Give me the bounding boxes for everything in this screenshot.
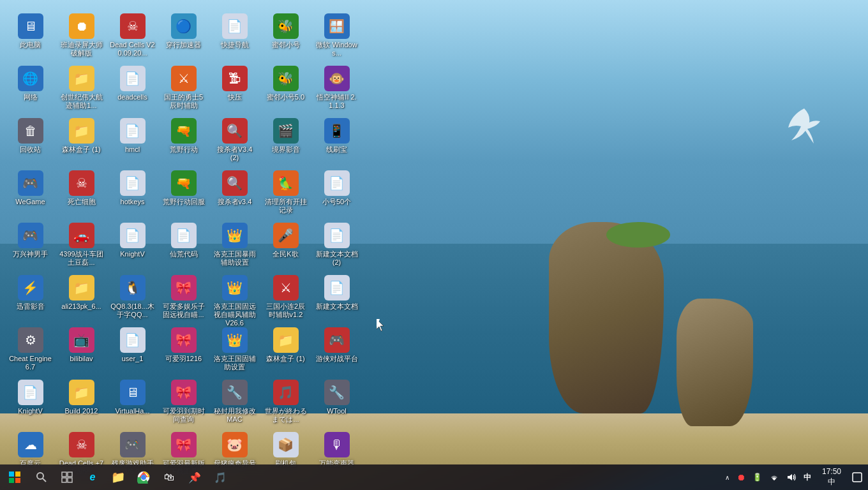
icon-label-28: 万兴神男手 [13, 250, 48, 258]
desktop-icon-7[interactable]: 🌐 网络 [6, 62, 54, 113]
desktop-icon-30[interactable]: 📄 KnightV [108, 219, 156, 270]
desktop-icon-42[interactable]: ⚙ Cheat Engine 6.7 [6, 323, 54, 375]
desktop-icon-23[interactable]: 📄 hotkeys [108, 167, 156, 218]
icon-image-19: 🎬 [273, 118, 299, 144]
desktop-icon-10[interactable]: ⚔ 国王的勇士5辰时辅助 [160, 62, 207, 113]
icon-label-22: 死亡细胞 [68, 198, 96, 206]
icon-image-52: 🎀 [171, 380, 197, 405]
icon-image-20: 📱 [324, 118, 350, 144]
icon-label-31: 仙荒代码 [170, 250, 198, 258]
desktop-icon-40[interactable]: ⚔ 三国小连2辰时辅助v1.2 [262, 271, 310, 322]
desktop-icon-32[interactable]: 👑 洛克王国暴雨辅助设置 [211, 219, 258, 270]
desktop-icon-47[interactable]: 📁 森林盒子 (1) [262, 323, 310, 375]
desktop-icon-18[interactable]: 🔍 搜杀者V3.4 (2) [211, 114, 258, 165]
desktop-icon-39[interactable]: 👑 洛克王国固远视自瞄风辅助V26.6 [211, 271, 258, 322]
icon-image-8: 📁 [69, 66, 94, 91]
desktop-icon-22[interactable]: ☠ 死亡细胞 [57, 167, 105, 218]
desktop-icon-36[interactable]: 📁 ali213pk_6... [57, 271, 105, 322]
taskbar-chrome[interactable] [131, 464, 156, 490]
desktop-icon-25[interactable]: 🔍 搜杀者v3.4 [211, 167, 258, 218]
desktop-icon-48[interactable]: 🎮 游侠对战平台 [313, 323, 361, 375]
tray-volume[interactable] [784, 464, 799, 490]
desktop-icon-8[interactable]: 📁 创世纪伟大航迹辅助1... [57, 62, 105, 113]
svg-rect-8 [62, 478, 66, 482]
desktop-icon-24[interactable]: 🔫 荒野行动回服 [160, 167, 207, 218]
desktop-icon-43[interactable]: 📺 bilibilav [57, 323, 105, 375]
notification-center[interactable] [849, 464, 865, 490]
icon-image-17: 🔫 [171, 118, 197, 144]
icon-label-44: user_1 [122, 355, 144, 363]
desktop-icon-28[interactable]: 🎮 万兴神男手 [6, 219, 54, 270]
desktop-icon-55[interactable]: 🔧 WTool [313, 376, 361, 427]
icon-image-45: 🎀 [171, 327, 197, 353]
desktop-icon-35[interactable]: ⚡ 迅雷影音 [6, 271, 54, 322]
desktop-icon-54[interactable]: 🎵 世界が終わるまでは... [262, 376, 310, 427]
taskbar-app1[interactable]: 📌 [182, 464, 207, 490]
desktop-icon-6[interactable]: 🪟 微软 Windows... [313, 10, 361, 61]
taskbar-edge[interactable]: e [80, 464, 105, 490]
desktop-icon-15[interactable]: 📁 森林盒子 (1) [57, 114, 105, 165]
desktop-icon-26[interactable]: 🦜 清理所有开挂记录 [262, 167, 310, 218]
desktop-icon-33[interactable]: 🎤 全民K歌 [262, 219, 310, 270]
icon-image-39: 👑 [222, 275, 248, 301]
desktop-icon-5[interactable]: 🐝 蜜邻小号 [262, 10, 310, 61]
desktop-icon-1[interactable]: ⏺ 班迪录屏大师破解版 [57, 10, 105, 61]
desktop-icon-50[interactable]: 📁 Build 2012 [57, 376, 105, 427]
svg-rect-2 [9, 478, 14, 483]
desktop-icon-11[interactable]: 🗜 快压 [211, 62, 258, 113]
desktop-icon-29[interactable]: 🚗 4399战斗车团土豆磊... [57, 219, 105, 270]
desktop-icon-4[interactable]: 📄 快捷导航 [211, 10, 258, 61]
desktop-icon-31[interactable]: 📄 仙荒代码 [160, 219, 207, 270]
desktop-icon-20[interactable]: 📱 线刷宝 [313, 114, 361, 165]
icon-image-7: 🌐 [18, 66, 43, 91]
taskbar-search[interactable] [29, 464, 54, 490]
desktop-icon-2[interactable]: ☠ Dead Cells V20.09.20... [108, 10, 156, 61]
desktop-icon-38[interactable]: 🎀 可爱多娱乐子固远视自瞄... [160, 271, 207, 322]
tray-record[interactable]: ⏺ [734, 464, 748, 490]
taskbar-explorer[interactable]: 📁 [105, 464, 131, 490]
icon-image-38: 🎀 [171, 275, 197, 301]
icon-image-49: 📄 [18, 380, 43, 405]
desktop-icon-3[interactable]: 🔵 穿行加速器 [160, 10, 207, 61]
desktop-icon-17[interactable]: 🔫 荒野行动 [160, 114, 207, 165]
desktop-icon-53[interactable]: 🔧 秘封用我修改MAC [211, 376, 258, 427]
desktop-icon-19[interactable]: 🎬 境界影音 [262, 114, 310, 165]
icon-image-47: 📁 [273, 327, 299, 353]
desktop-icon-34[interactable]: 📄 新建文本文档 (2) [313, 219, 361, 270]
icon-grid: 🖥 此电脑 ⏺ 班迪录屏大师破解版 ☠ Dead Cells V20.09.20… [3, 6, 393, 482]
icon-label-45: 可爱羽1216 [165, 355, 202, 363]
tray-ime[interactable]: 中 [801, 464, 814, 490]
desktop-icon-14[interactable]: 🗑 回收站 [6, 114, 54, 165]
desktop-icon-37[interactable]: 🐧 QQ8.3(18...木于字QQ... [108, 271, 156, 322]
icon-label-2: Dead Cells V20.09.20... [110, 41, 155, 57]
start-button[interactable] [0, 464, 29, 490]
tray-hidden-items[interactable]: ∧ [722, 464, 732, 490]
tray-network[interactable] [767, 464, 782, 490]
desktop-icon-21[interactable]: 🎮 WeGame [6, 167, 54, 218]
desktop-icon-46[interactable]: 👑 洛克王国固辅助设置 [211, 323, 258, 375]
taskbar-app2[interactable]: 🎵 [207, 464, 233, 490]
icon-image-41: 📄 [324, 275, 350, 301]
desktop-icon-0[interactable]: 🖥 此电脑 [6, 10, 54, 61]
desktop-icon-27[interactable]: 📄 小号50个 [313, 167, 361, 218]
taskbar-store[interactable]: 🛍 [156, 464, 182, 490]
desktop-icon-9[interactable]: 📄 deadcells [108, 62, 156, 113]
system-clock[interactable]: 17:50 中 [816, 464, 848, 490]
desktop-icon-41[interactable]: 📄 新建文本文档 [313, 271, 361, 322]
desktop-icon-13[interactable]: 🐵 悟空神辅II 2.1.1.3 [313, 62, 361, 113]
desktop-icon-49[interactable]: 📄 KnightV [6, 376, 54, 427]
desktop-icon-52[interactable]: 🎀 可爱羽到期时间查询 [160, 376, 207, 427]
taskbar-task-view[interactable] [54, 464, 80, 490]
icon-image-27: 📄 [324, 170, 350, 196]
desktop-icon-12[interactable]: 🐝 蜜邻小号5.0 [262, 62, 310, 113]
icon-label-12: 蜜邻小号5.0 [267, 93, 304, 101]
desktop-icon-44[interactable]: 📄 user_1 [108, 323, 156, 375]
icon-image-42: ⚙ [18, 327, 43, 353]
desktop-icon-51[interactable]: 🖥 VirtualHa... [108, 376, 156, 427]
icon-label-14: 回收站 [20, 145, 41, 154]
icon-image-10: ⚔ [171, 66, 197, 91]
tray-unknown1[interactable]: 🔋 [750, 464, 765, 490]
icon-image-46: 👑 [222, 327, 248, 353]
desktop-icon-45[interactable]: 🎀 可爱羽1216 [160, 323, 207, 375]
desktop-icon-16[interactable]: 📄 hmcl [108, 114, 156, 165]
